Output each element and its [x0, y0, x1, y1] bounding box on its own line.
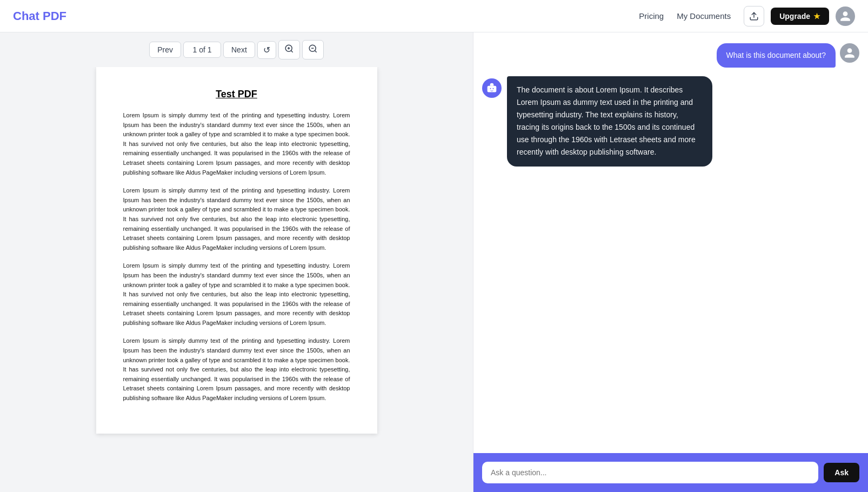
user-avatar[interactable] [836, 6, 855, 26]
star-icon: ★ [813, 12, 820, 21]
app-header: Chat PDF Pricing My Documents Upgrade ★ [0, 0, 868, 32]
user-message-row: What is this document about? [482, 43, 859, 68]
chat-input[interactable] [482, 462, 818, 483]
bot-icon [486, 83, 497, 94]
pdf-panel: Prev 1 of 1 Next ↺ Test PDF [0, 32, 473, 492]
page-indicator: 1 of 1 [183, 42, 221, 58]
pdf-paragraph-1: Lorem Ipsum is simply dummy text of the … [123, 111, 350, 177]
pdf-paragraph-4: Lorem Ipsum is simply dummy text of the … [123, 336, 350, 403]
zoom-in-icon [284, 44, 294, 54]
share-button[interactable] [744, 6, 764, 26]
chat-messages: What is this document about? The docu [473, 32, 868, 453]
svg-point-10 [493, 88, 494, 89]
upgrade-label: Upgrade [779, 12, 810, 21]
reset-icon: ↺ [263, 45, 270, 55]
pdf-page: Test PDF Lorem Ipsum is simply dummy tex… [96, 67, 377, 434]
svg-point-9 [490, 88, 491, 89]
header-actions: Pricing My Documents Upgrade ★ [639, 6, 855, 26]
user-avatar-chat [840, 43, 859, 63]
pdf-toolbar: Prev 1 of 1 Next ↺ [0, 32, 473, 67]
bot-avatar [482, 78, 502, 98]
user-avatar-icon [844, 47, 856, 59]
reset-zoom-button[interactable]: ↺ [257, 41, 276, 59]
bot-bubble: The document is about Lorem Ipsum. It de… [507, 76, 712, 167]
zoom-in-button[interactable] [278, 40, 300, 59]
share-icon [749, 11, 759, 21]
user-icon [839, 10, 851, 22]
zoom-out-icon [308, 44, 318, 54]
user-bubble: What is this document about? [717, 43, 836, 68]
svg-line-2 [291, 50, 292, 52]
logo-text: Chat [13, 9, 43, 23]
logo-accent: PDF [43, 9, 66, 23]
ask-button[interactable]: Ask [824, 463, 859, 482]
chat-input-area: Ask [473, 453, 868, 492]
bot-message-row: The document is about Lorem Ipsum. It de… [482, 76, 859, 167]
pricing-link[interactable]: Pricing [639, 11, 664, 21]
next-page-button[interactable]: Next [223, 42, 255, 58]
pdf-content: Test PDF Lorem Ipsum is simply dummy tex… [0, 67, 473, 492]
pdf-title: Test PDF [123, 89, 350, 100]
main-content: Prev 1 of 1 Next ↺ Test PDF [0, 32, 868, 492]
prev-page-button[interactable]: Prev [149, 42, 181, 58]
svg-line-6 [315, 50, 316, 52]
zoom-out-button[interactable] [302, 40, 324, 59]
app-logo: Chat PDF [13, 9, 66, 23]
pdf-paragraph-2: Lorem Ipsum is simply dummy text of the … [123, 186, 350, 252]
pdf-paragraph-3: Lorem Ipsum is simply dummy text of the … [123, 261, 350, 328]
my-documents-button[interactable]: My Documents [670, 8, 737, 24]
upgrade-button[interactable]: Upgrade ★ [771, 8, 829, 25]
chat-panel: What is this document about? The docu [473, 32, 868, 492]
